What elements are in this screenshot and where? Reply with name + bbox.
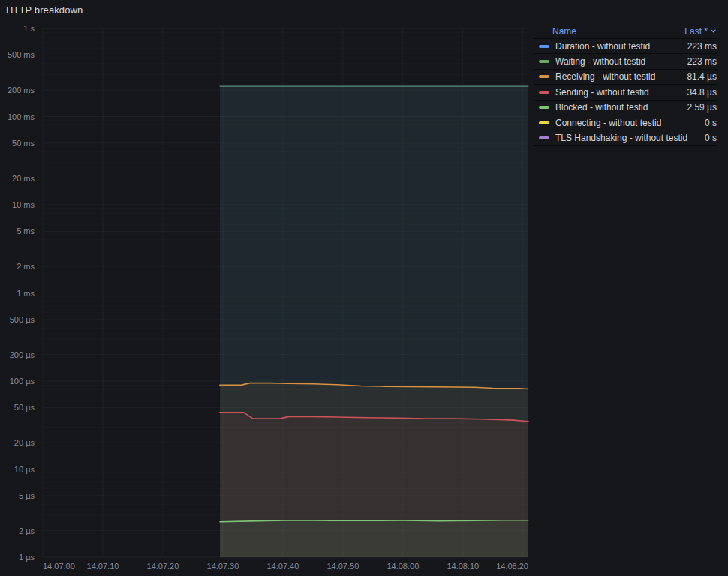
legend-header-row: Name Last * [534, 24, 717, 39]
x-axis-tick-label: 14:08:20 [496, 562, 528, 571]
legend-series-value: 0 s [705, 133, 717, 143]
legend-series-value: 223 ms [687, 41, 717, 52]
legend-row[interactable]: Blocked - without testid2.59 µs [534, 100, 717, 116]
y-axis-tick-label: 10 ms [12, 200, 35, 209]
legend-series-name[interactable]: Blocked - without testid [555, 102, 648, 112]
legend-series-name[interactable]: Duration - without testid [555, 41, 650, 52]
legend-table: Name Last * Duration - without testid223… [534, 24, 717, 146]
series-area [220, 520, 528, 557]
y-axis-tick-label: 100 µs [10, 376, 35, 386]
legend-series-value: 2.59 µs [687, 102, 717, 112]
x-axis-tick-label: 14:07:00 [43, 562, 75, 571]
y-axis-tick-label: 50 µs [14, 403, 35, 412]
legend-row[interactable]: Sending - without testid34.8 µs [534, 85, 717, 100]
series-color-swatch[interactable] [539, 106, 549, 109]
legend-row[interactable]: TLS Handshaking - without testid0 s [534, 130, 717, 146]
y-axis-tick-label: 50 ms [12, 139, 35, 148]
x-axis-tick-label: 14:07:10 [87, 562, 119, 571]
series-color-swatch[interactable] [539, 75, 549, 78]
y-axis-tick-label: 5 µs [19, 491, 35, 500]
series-color-swatch[interactable] [539, 136, 549, 140]
legend-series-name[interactable]: Waiting - without testid [555, 56, 645, 67]
series-color-swatch[interactable] [539, 91, 549, 94]
x-axis-tick-label: 14:07:40 [266, 562, 299, 571]
series-color-swatch[interactable] [539, 60, 549, 63]
series-color-swatch[interactable] [539, 45, 549, 48]
legend-series-value: 223 ms [687, 56, 717, 67]
y-axis-tick-label: 2 µs [19, 526, 35, 536]
y-axis-tick-label: 500 ms [8, 50, 35, 59]
y-axis-tick-label: 200 µs [10, 350, 35, 359]
y-axis-tick-label: 1 µs [19, 553, 35, 562]
x-axis-tick-label: 14:07:50 [326, 562, 359, 571]
y-axis-tick-label: 2 ms [17, 262, 35, 271]
y-axis-tick-label: 5 ms [17, 226, 35, 236]
legend-header-last[interactable]: Last * [684, 26, 717, 37]
x-axis-tick-label: 14:07:20 [147, 562, 179, 571]
legend-series-value: 81.4 µs [687, 71, 717, 82]
legend-row[interactable]: Connecting - without testid0 s [534, 116, 717, 130]
legend-row[interactable]: Waiting - without testid223 ms [534, 54, 717, 69]
y-axis-tick-label: 1 s [23, 24, 35, 33]
legend-series-value: 0 s [705, 118, 717, 128]
series-color-swatch[interactable] [539, 122, 549, 124]
y-axis-tick-label: 500 µs [10, 315, 35, 324]
legend-series-value: 34.8 µs [687, 87, 717, 98]
x-axis-tick-label: 14:08:00 [387, 562, 419, 571]
legend-series-name[interactable]: Sending - without testid [555, 87, 649, 98]
legend-series-name[interactable]: Receiving - without testid [555, 71, 655, 82]
y-axis-tick-label: 100 ms [8, 112, 35, 122]
legend-rows: Duration - without testid223 msWaiting -… [534, 39, 717, 146]
legend-row[interactable]: Duration - without testid223 ms [534, 39, 717, 54]
y-axis-tick-label: 20 ms [12, 174, 35, 183]
legend-series-name[interactable]: TLS Handshaking - without testid [555, 133, 687, 143]
y-axis-tick-label: 20 µs [14, 438, 35, 447]
chevron-down-icon [710, 28, 717, 34]
x-axis-tick-label: 14:07:30 [207, 562, 239, 571]
y-axis-tick-label: 10 µs [14, 465, 35, 474]
y-axis-tick-label: 200 ms [8, 86, 35, 94]
legend-series-name[interactable]: Connecting - without testid [555, 118, 661, 128]
legend-header-name[interactable]: Name [552, 26, 576, 37]
legend-header-last-label: Last * [684, 26, 708, 37]
x-axis-tick-label: 14:08:10 [447, 562, 479, 571]
legend-row[interactable]: Receiving - without testid81.4 µs [534, 70, 717, 85]
y-axis-tick-label: 1 ms [17, 289, 35, 298]
